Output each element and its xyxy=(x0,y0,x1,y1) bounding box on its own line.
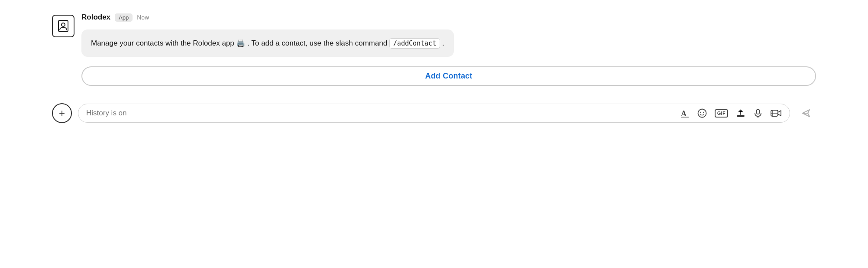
slash-command-code: /addContact xyxy=(389,38,440,49)
add-contact-button[interactable]: Add Contact xyxy=(81,66,816,86)
message-body-part3: . xyxy=(442,39,444,47)
svg-point-6 xyxy=(703,112,704,113)
send-icon xyxy=(800,107,812,119)
message-timestamp: Now xyxy=(137,14,149,21)
message-body-part1: Manage your contacts with the Rolodex ap… xyxy=(91,39,236,47)
emoji-button[interactable] xyxy=(697,108,707,118)
chat-area: Rolodex App Now Manage your contacts wit… xyxy=(52,13,816,123)
send-button[interactable] xyxy=(796,103,816,123)
microphone-icon xyxy=(753,108,763,118)
plus-icon: + xyxy=(59,107,65,119)
format-text-icon: A xyxy=(680,108,690,118)
input-toolbar: A GIF xyxy=(680,108,782,118)
message-header: Rolodex App Now xyxy=(81,13,816,22)
svg-point-1 xyxy=(62,23,65,26)
svg-text:A: A xyxy=(681,109,687,118)
message-body-part2: . To add a contact, use the slash comman… xyxy=(247,39,389,47)
microphone-button[interactable] xyxy=(753,108,763,118)
video-button[interactable] xyxy=(771,108,782,118)
person-icon xyxy=(57,20,70,33)
svg-point-5 xyxy=(700,112,701,113)
message-row: Rolodex App Now Manage your contacts wit… xyxy=(52,13,816,57)
message-content: Rolodex App Now Manage your contacts wit… xyxy=(81,13,816,57)
emoji-icon xyxy=(697,108,707,118)
add-action-button[interactable]: + xyxy=(52,103,72,123)
sender-name: Rolodex xyxy=(81,13,110,22)
rolodex-emoji: 🖨️ xyxy=(236,39,245,47)
format-text-button[interactable]: A xyxy=(680,108,690,118)
svg-rect-8 xyxy=(757,109,760,114)
avatar xyxy=(52,15,74,37)
upload-button[interactable] xyxy=(736,108,745,118)
svg-rect-7 xyxy=(737,115,744,117)
input-row: + A xyxy=(52,103,816,123)
app-badge: App xyxy=(115,13,133,22)
svg-point-4 xyxy=(698,109,706,118)
message-input[interactable] xyxy=(86,109,675,118)
video-icon xyxy=(771,108,782,118)
upload-icon xyxy=(736,108,745,118)
message-bubble: Manage your contacts with the Rolodex ap… xyxy=(81,29,454,57)
message-input-container: A GIF xyxy=(78,104,790,123)
gif-button[interactable]: GIF xyxy=(715,109,728,118)
gif-badge: GIF xyxy=(715,109,728,118)
